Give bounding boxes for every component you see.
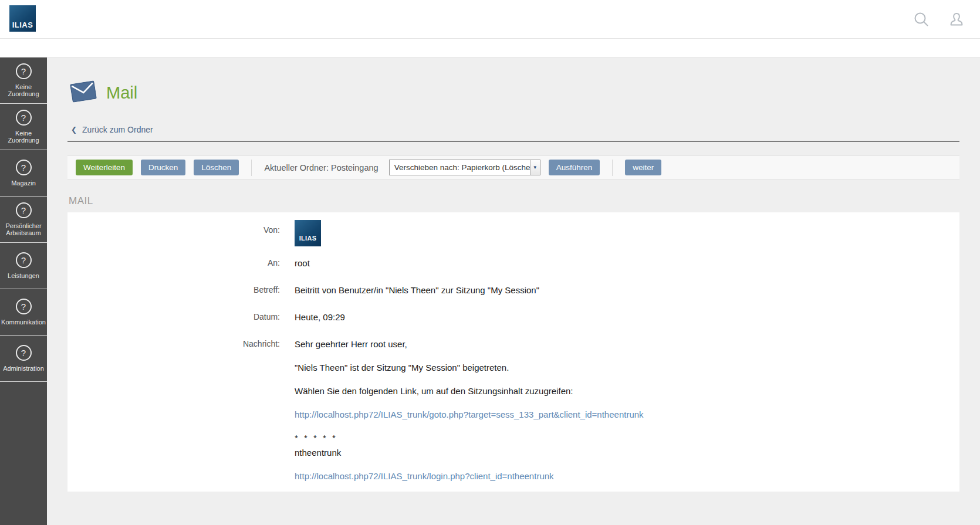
sidebar-item-kommunikation[interactable]: ? Kommunikation	[0, 289, 47, 336]
sidebar-item-keine-zuordnung-2[interactable]: ? Keine Zuordnung	[0, 104, 47, 150]
back-to-folder-label: Zurück zum Ordner	[82, 125, 153, 134]
from-label: Von:	[67, 220, 280, 235]
mail-toolbar: Weiterleiten Drucken Löschen Aktueller O…	[67, 155, 959, 179]
ilias-logo-text: ILIAS	[12, 21, 33, 32]
to-label: An:	[67, 258, 280, 267]
chevron-left-icon: ❮	[71, 126, 77, 134]
sidebar-item-persoenlicher-arbeitsraum[interactable]: ? Persönlicher Arbeitsraum	[0, 197, 47, 243]
select-dropdown-arrow-icon: ▼	[530, 160, 540, 175]
date-label: Datum:	[67, 311, 280, 321]
message-row: Nachricht: Sehr geehrter Herr root user,…	[67, 338, 959, 482]
sender-avatar: ILIAS	[295, 220, 321, 246]
delete-button[interactable]: Löschen	[194, 160, 239, 176]
question-mark-glyph: ?	[21, 302, 26, 311]
sidebar-item-label: Keine Zuordnung	[1, 130, 46, 144]
sidebar-item-keine-zuordnung-1[interactable]: ? Keine Zuordnung	[0, 57, 47, 104]
move-to-select-value: Verschieben nach: Papierkorb (Löschen)	[390, 160, 530, 175]
login-link[interactable]: http://localhost.php72/ILIAS_trunk/login…	[295, 471, 554, 481]
question-mark-icon: ?	[16, 63, 32, 79]
to-row: An: root	[67, 258, 959, 269]
sidebar-filler	[0, 382, 47, 525]
message-separator: * * * * *	[295, 432, 644, 444]
page-title: Mail	[106, 83, 137, 103]
subject-value: Beitritt von Benutzer/in "Niels Theen" z…	[295, 284, 539, 296]
date-value: Heute, 09:29	[295, 311, 345, 323]
main-area: ? Keine Zuordnung ? Keine Zuordnung ? Ma…	[0, 57, 980, 525]
question-mark-glyph: ?	[21, 113, 26, 122]
sidebar-item-magazin[interactable]: ? Magazin	[0, 150, 47, 197]
session-link[interactable]: http://localhost.php72/ILIAS_trunk/goto.…	[295, 409, 644, 419]
app-root: ILIAS ? Keine Zuordnung	[0, 0, 980, 525]
mail-envelope-icon	[71, 82, 96, 103]
question-mark-icon: ?	[16, 345, 32, 361]
message-label: Nachricht:	[67, 338, 280, 348]
sidebar-item-label: Keine Zuordnung	[1, 83, 46, 97]
top-header: ILIAS	[0, 0, 980, 39]
move-to-select[interactable]: Verschieben nach: Papierkorb (Löschen) ▼	[389, 160, 540, 175]
question-mark-icon: ?	[16, 252, 32, 268]
sender-avatar-text: ILIAS	[299, 232, 317, 246]
message-joined-line: "Niels Theen" ist der Sitzung "My Sessio…	[295, 362, 644, 374]
installation-name: ntheentrunk	[295, 447, 644, 459]
from-row: Von: ILIAS	[67, 220, 959, 246]
question-mark-icon: ?	[16, 202, 32, 218]
message-link-intro: Wählen Sie den folgenden Link, um auf de…	[295, 385, 644, 397]
question-mark-glyph: ?	[21, 256, 26, 265]
search-icon[interactable]	[913, 11, 930, 28]
sidebar-item-label: Leistungen	[8, 272, 39, 279]
next-button[interactable]: weiter	[625, 160, 661, 176]
toolbar-separator	[251, 160, 252, 176]
user-menu-icon[interactable]	[948, 11, 965, 28]
main-content: Mail ❮ Zurück zum Ordner Weiterleiten Dr…	[47, 57, 980, 525]
subject-label: Betreff:	[67, 284, 280, 294]
from-value: ILIAS	[295, 220, 321, 246]
current-folder-label: Aktueller Ordner: Posteingang	[264, 163, 378, 172]
message-login-link-line: http://localhost.php72/ILIAS_trunk/login…	[295, 470, 644, 482]
message-session-link-line: http://localhost.php72/ILIAS_trunk/goto.…	[295, 409, 644, 421]
page-header: Mail	[71, 82, 959, 103]
print-button[interactable]: Drucken	[141, 160, 185, 176]
ilias-logo[interactable]: ILIAS	[9, 5, 36, 32]
message-greeting: Sehr geehrter Herr root user,	[295, 338, 644, 350]
sidebar-item-label: Magazin	[11, 179, 36, 187]
message-body: Sehr geehrter Herr root user, "Niels The…	[295, 338, 644, 482]
question-mark-glyph: ?	[21, 67, 26, 76]
sidebar-item-administration[interactable]: ? Administration	[0, 336, 47, 382]
execute-button[interactable]: Ausführen	[549, 160, 600, 176]
sidebar-item-label: Administration	[3, 365, 44, 372]
question-mark-glyph: ?	[21, 163, 26, 172]
sidebar: ? Keine Zuordnung ? Keine Zuordnung ? Ma…	[0, 57, 47, 525]
sidebar-item-label: Kommunikation	[1, 319, 46, 326]
secondary-header	[0, 39, 980, 57]
toolbar-separator	[612, 160, 613, 176]
mail-detail-panel: Von: ILIAS An: root Betreff: Beitritt vo…	[67, 212, 959, 492]
date-row: Datum: Heute, 09:29	[67, 311, 959, 323]
question-mark-icon: ?	[16, 299, 32, 314]
back-to-folder-link[interactable]: ❮ Zurück zum Ordner	[71, 125, 153, 134]
question-mark-icon: ?	[16, 160, 32, 175]
mail-section-title: MAIL	[69, 195, 959, 207]
question-mark-glyph: ?	[21, 206, 26, 215]
question-mark-glyph: ?	[21, 348, 26, 357]
back-row: ❮ Zurück zum Ordner	[71, 124, 959, 134]
subject-row: Betreff: Beitritt von Benutzer/in "Niels…	[67, 284, 959, 296]
sidebar-item-leistungen[interactable]: ? Leistungen	[0, 243, 47, 289]
header-divider	[67, 141, 959, 142]
to-value: root	[295, 258, 310, 269]
forward-button[interactable]: Weiterleiten	[76, 160, 133, 176]
question-mark-icon: ?	[16, 110, 32, 126]
sidebar-item-label: Persönlicher Arbeitsraum	[1, 222, 46, 236]
topbar-icons	[913, 11, 965, 28]
